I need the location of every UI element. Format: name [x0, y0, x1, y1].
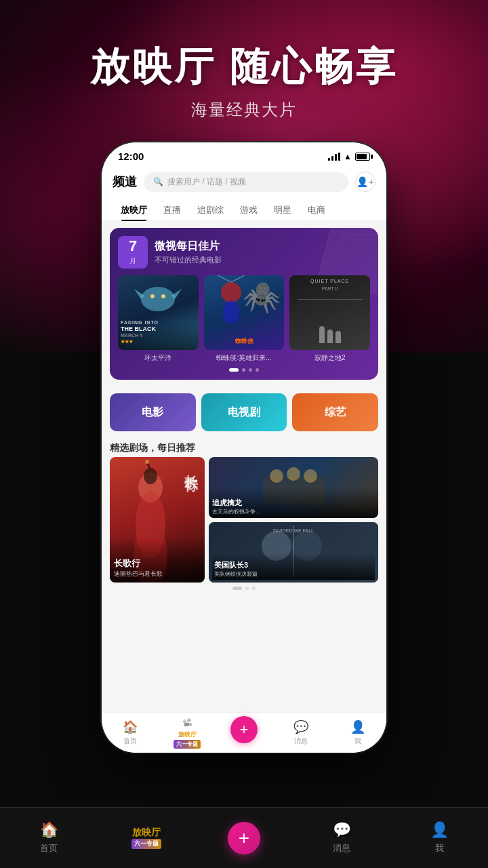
drama-dot-3 — [252, 587, 256, 590]
outer-message-label: 消息 — [333, 842, 350, 854]
status-icons: ▲ — [328, 152, 370, 161]
outer-nav-message[interactable]: 💬 消息 — [293, 821, 390, 854]
app-header: 频道 🔍 搜索用户 / 话题 / 视频 👤+ — [102, 167, 386, 197]
fanying-icon: 📽 — [182, 717, 192, 728]
svg-point-18 — [287, 467, 300, 481]
dot-2 — [242, 368, 245, 372]
zhui-title: 追虎擒龙 — [212, 498, 375, 508]
cat-tv-btn[interactable]: 电视剧 — [201, 393, 287, 431]
svg-point-5 — [150, 294, 155, 298]
featured-title: 微视每日佳片 — [155, 239, 222, 254]
outer-message-icon: 💬 — [333, 821, 351, 839]
date-badge: 7 月 — [118, 236, 148, 269]
cat-movie-btn[interactable]: 电影 — [110, 393, 196, 431]
phone-nav-me[interactable]: 👤 我 — [329, 719, 386, 746]
app-logo: 频道 — [113, 174, 137, 190]
outer-nav-plus[interactable]: + — [195, 822, 293, 854]
svg-point-15 — [145, 460, 149, 464]
fanying-badge-outer: 六一专题 — [131, 839, 161, 849]
svg-line-10 — [231, 275, 245, 282]
plus-circle[interactable]: + — [228, 822, 260, 854]
outer-home-icon: 🏠 — [40, 821, 58, 839]
outer-home-label: 首页 — [40, 842, 58, 854]
tab-fanying[interactable]: 放映厅 — [113, 200, 155, 220]
dot-1 — [229, 368, 239, 372]
drama-dots — [102, 587, 386, 590]
category-row: 电影 电视剧 综艺 — [102, 387, 386, 438]
home-label: 首页 — [123, 736, 137, 746]
message-icon: 💬 — [293, 719, 308, 734]
tab-live[interactable]: 直播 — [155, 200, 189, 220]
svg-point-2 — [141, 287, 175, 311]
phone-screen: 12:00 ▲ 频道 🔍 搜索用户 / 话题 / 视频 — [102, 142, 386, 753]
pacific-film-text: FADING INTO THE BLACK MARCH 4 ★★★ — [121, 320, 159, 344]
hero-subtitle: 海量经典大片 — [0, 99, 488, 121]
cat-variety-label: 综艺 — [325, 406, 346, 420]
cap-title: 美国队长3 — [214, 560, 373, 570]
outer-nav-fanying[interactable]: 放映厅 六一专题 — [98, 827, 195, 849]
drama-dot-1 — [232, 587, 242, 590]
fanying-text: 放映厅 — [132, 827, 161, 839]
phone-nav-home[interactable]: 🏠 首页 — [102, 719, 159, 746]
message-label: 消息 — [294, 736, 308, 746]
date-number: 7 — [123, 239, 142, 254]
outer-bottom-nav: 🏠 首页 放映厅 六一专题 + 💬 消息 👤 我 — [0, 807, 488, 868]
dot-3 — [249, 368, 252, 372]
featured-card[interactable]: 7 月 微视每日佳片 不可错过的经典电影 — [110, 228, 378, 380]
dots-indicator — [118, 368, 370, 372]
svg-point-7 — [221, 282, 241, 302]
quiet-silhouettes — [319, 326, 341, 343]
fanying-label: 放映厅 六一专题 — [174, 730, 201, 749]
nav-tabs: 放映厅 直播 追剧综 游戏 明星 电商 — [102, 197, 386, 221]
featured-title-block: 微视每日佳片 不可错过的经典电影 — [155, 239, 222, 265]
search-bar[interactable]: 🔍 搜索用户 / 话题 / 视频 — [144, 172, 348, 192]
fanying-icon-row: 放映厅 — [132, 827, 161, 839]
tab-shop[interactable]: 电商 — [300, 200, 333, 220]
poster-spider-item[interactable]: 🕷️ 蜘蛛侠 蜘蛛侠:英雄归来... — [204, 275, 285, 363]
outer-nav-home[interactable]: 🏠 首页 — [0, 821, 98, 854]
main-content: 7 月 微视每日佳片 不可错过的经典电影 — [102, 221, 386, 733]
tab-drama[interactable]: 追剧综 — [189, 200, 232, 220]
svg-point-6 — [161, 294, 165, 298]
status-bar: 12:00 ▲ — [102, 142, 386, 167]
phone-nav-plus[interactable]: + — [216, 723, 272, 743]
drama-small-col: 追虎擒龙 古天乐的权钱斗争... DIVIDED WE FALL — [209, 457, 378, 583]
drama-dot-2 — [245, 587, 249, 590]
cat-variety-btn[interactable]: 综艺 — [292, 393, 378, 431]
cap-overlay: 美国队长3 美队钢铁侠决裂篇 — [212, 553, 375, 580]
signal-bars-icon — [328, 153, 340, 161]
poster-pacific-item[interactable]: FADING INTO THE BLACK MARCH 4 ★★★ 环太平洋 — [118, 275, 199, 363]
poster-pacific-img: FADING INTO THE BLACK MARCH 4 ★★★ — [118, 275, 199, 350]
outer-me-label: 我 — [435, 842, 444, 854]
outer-nav-me[interactable]: 👤 我 — [390, 821, 488, 854]
changge-subtitle: 迪丽热巴与君长歌 — [114, 570, 201, 578]
user-add-icon[interactable]: 👤+ — [355, 172, 375, 192]
dot-4 — [256, 368, 259, 372]
cap-subtitle: 美队钢铁侠决裂篇 — [214, 570, 373, 578]
tab-game[interactable]: 游戏 — [232, 200, 266, 220]
zhui-overlay: 追虎擒龙 古天乐的权钱斗争... — [209, 488, 378, 518]
wifi-icon: ▲ — [344, 152, 352, 161]
drama-changge[interactable]: 长歌行 长歌行 迪丽热巴与君长歌 — [110, 457, 205, 583]
drama-captain[interactable]: DIVIDED WE FALL 美国队长3 美队钢铁侠决裂篇 — [209, 522, 378, 583]
outer-me-icon: 👤 — [430, 821, 449, 839]
drama-zhui[interactable]: 追虎擒龙 古天乐的权钱斗争... — [209, 457, 378, 518]
fanying-outer: 放映厅 六一专题 — [131, 827, 161, 849]
svg-text:DIVIDED WE FALL: DIVIDED WE FALL — [273, 528, 314, 533]
cat-tv-label: 电视剧 — [228, 406, 260, 420]
svg-line-9 — [218, 275, 231, 282]
battery-icon — [355, 153, 370, 161]
changge-title: 长歌行 — [114, 557, 201, 570]
svg-point-17 — [270, 469, 283, 483]
poster-quiet-item[interactable]: QUIET PLACE PART II 寂静之地2 — [289, 275, 370, 363]
featured-subtitle: 不可错过的经典电影 — [155, 255, 222, 265]
svg-point-8 — [223, 300, 239, 323]
phone-bottom-nav: 🏠 首页 📽 放映厅 六一专题 + 💬 消息 👤 我 — [102, 712, 386, 753]
hero-title: 放映厅 随心畅享 — [0, 41, 488, 94]
poster-spider-img: 🕷️ 蜘蛛侠 — [204, 275, 285, 350]
phone-mockup: 12:00 ▲ 频道 🔍 搜索用户 / 话题 / 视频 — [102, 142, 386, 753]
phone-nav-message[interactable]: 💬 消息 — [272, 719, 329, 746]
plus-button[interactable]: + — [230, 716, 258, 743]
phone-nav-fanying[interactable]: 📽 放映厅 六一专题 — [159, 717, 216, 749]
tab-star[interactable]: 明星 — [266, 200, 300, 220]
